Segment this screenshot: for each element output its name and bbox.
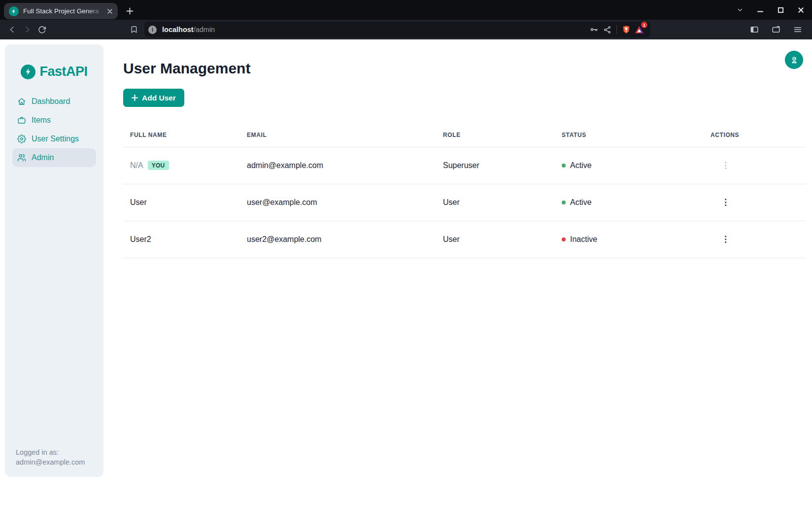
sidebar-toggle-icon[interactable] <box>747 22 762 37</box>
tab-search-chevron-icon[interactable] <box>733 2 747 17</box>
status-dot-icon <box>562 237 566 241</box>
rewards-notification-badge: 1 <box>641 22 647 28</box>
sidebar: FastAPI Dashboard Items User Settings Ad… <box>5 44 103 477</box>
sidebar-item-dashboard[interactable]: Dashboard <box>12 92 96 111</box>
menu-hamburger-icon[interactable] <box>790 22 805 37</box>
cell-email: admin@example.com <box>247 147 443 184</box>
cell-email: user2@example.com <box>247 221 443 258</box>
toolbar-right-icons <box>747 22 806 37</box>
table-row: N/AYOU admin@example.com Superuser Activ… <box>123 147 806 184</box>
sidebar-nav: Dashboard Items User Settings Admin <box>5 92 103 167</box>
header-full-name: Full Name <box>123 123 247 147</box>
new-tab-button[interactable] <box>123 4 136 17</box>
header-email: Email <box>247 123 443 147</box>
site-info-icon[interactable]: i <box>148 26 157 34</box>
sidebar-item-label: Admin <box>32 153 54 162</box>
wallet-icon[interactable] <box>769 22 783 37</box>
table-row: User user@example.com User Active ⋮ <box>123 184 806 221</box>
header-actions: Actions <box>710 123 806 147</box>
you-badge: YOU <box>148 161 169 170</box>
brave-rewards-icon[interactable]: 1 <box>633 23 645 36</box>
briefcase-icon <box>17 116 26 125</box>
bookmark-icon[interactable] <box>127 22 141 37</box>
users-table: Full Name Email Role Status Actions N/AY… <box>123 123 806 258</box>
fastapi-favicon-icon <box>9 6 19 16</box>
status-cell: Active <box>562 198 710 207</box>
status-label: Active <box>570 161 592 170</box>
url-host: localhost <box>162 26 194 34</box>
cell-role: User <box>443 221 562 258</box>
browser-tab[interactable]: Full Stack Project Genera <box>4 3 118 19</box>
cell-role: User <box>443 184 562 221</box>
window-controls <box>733 0 808 20</box>
header-status: Status <box>562 123 710 147</box>
password-key-icon[interactable] <box>588 23 601 36</box>
status-label: Active <box>570 198 592 207</box>
sidebar-item-admin[interactable]: Admin <box>12 148 96 167</box>
cell-full-name: User <box>123 184 247 221</box>
sidebar-item-label: User Settings <box>32 135 79 143</box>
row-actions-menu-icon[interactable]: ⋮ <box>717 196 734 208</box>
users-icon <box>17 153 26 162</box>
toolbar-divider <box>616 25 617 34</box>
sidebar-item-user-settings[interactable]: User Settings <box>12 130 96 148</box>
table-row: User2 user2@example.com User Inactive ⋮ <box>123 221 806 258</box>
cell-full-name: User2 <box>123 221 247 258</box>
add-user-button[interactable]: Add User <box>123 89 184 107</box>
status-cell: Inactive <box>562 235 710 244</box>
page-title: User Management <box>123 61 806 76</box>
status-dot-icon <box>562 164 566 168</box>
forward-icon[interactable] <box>20 22 34 37</box>
url-text[interactable]: localhost/admin <box>162 26 215 34</box>
status-label: Inactive <box>570 235 597 244</box>
page-content: FastAPI Dashboard Items User Settings Ad… <box>0 39 812 505</box>
table-header-row: Full Name Email Role Status Actions <box>123 123 806 147</box>
maximize-button[interactable] <box>773 2 788 17</box>
tab-close-icon[interactable] <box>106 7 114 15</box>
logged-in-email: admin@example.com <box>16 457 85 467</box>
back-icon[interactable] <box>5 22 20 37</box>
status-cell: Active <box>562 161 710 170</box>
logged-in-footer: Logged in as: admin@example.com <box>16 447 85 467</box>
sidebar-item-label: Items <box>32 116 51 125</box>
brand-name: FastAPI <box>39 64 87 79</box>
logged-in-label: Logged in as: <box>16 447 85 457</box>
cell-email: user@example.com <box>247 184 443 221</box>
add-user-label: Add User <box>142 94 176 102</box>
brave-shield-icon[interactable] <box>620 23 633 36</box>
main-area: User Management Add User Full Name Email… <box>123 39 806 258</box>
url-path: /admin <box>194 26 215 34</box>
reload-icon[interactable] <box>34 22 49 37</box>
header-role: Role <box>443 123 562 147</box>
fastapi-logo: FastAPI <box>5 64 103 79</box>
share-icon[interactable] <box>601 23 613 36</box>
minimize-button[interactable] <box>753 2 768 17</box>
browser-titlebar: Full Stack Project Genera <box>0 0 812 20</box>
home-icon <box>17 97 26 106</box>
close-window-button[interactable] <box>793 2 808 17</box>
browser-toolbar: i localhost/admin 1 <box>0 20 812 39</box>
gear-icon <box>17 135 26 143</box>
tab-title: Full Stack Project Genera <box>23 7 106 15</box>
cell-role: Superuser <box>443 147 562 184</box>
row-actions-menu-icon: ⋮ <box>717 159 734 171</box>
row-actions-menu-icon[interactable]: ⋮ <box>717 233 734 245</box>
sidebar-item-label: Dashboard <box>32 97 70 106</box>
plus-icon <box>132 95 138 101</box>
cell-full-name: N/A <box>130 161 143 169</box>
status-dot-icon <box>562 201 566 204</box>
fastapi-bolt-icon <box>21 65 35 79</box>
sidebar-item-items[interactable]: Items <box>12 111 96 130</box>
address-bar[interactable]: i localhost/admin 1 <box>144 22 650 37</box>
